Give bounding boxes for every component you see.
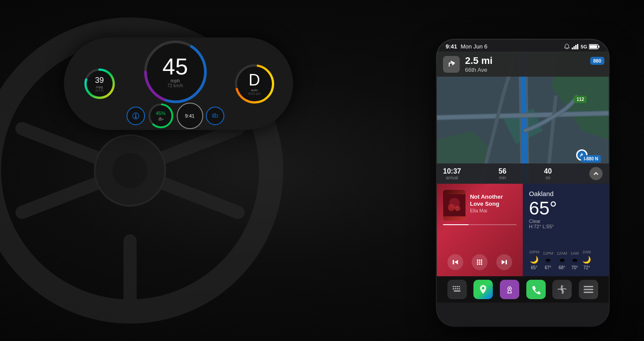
svg-point-2 xyxy=(112,153,148,188)
speed-unit: mph xyxy=(171,78,180,83)
navigation-panel[interactable]: 2.5 mi 66th Ave 880 112 I-880 N 10:37 ar… xyxy=(437,52,609,184)
clock-gauge: 9:41 xyxy=(177,103,203,129)
nav-header: 2.5 mi 66th Ave xyxy=(437,52,609,77)
svg-rect-35 xyxy=(477,259,478,261)
grid-button[interactable] xyxy=(472,254,488,270)
speed-gauge: 45 mph 72 km/h xyxy=(142,39,208,105)
progress-fill xyxy=(443,224,469,225)
dash-app[interactable] xyxy=(579,280,598,299)
network-type: 5G xyxy=(581,44,587,49)
battery-icon xyxy=(589,44,600,49)
svg-rect-18 xyxy=(573,46,575,49)
mpg-gauge: 39 mpg 207mi xyxy=(82,66,117,101)
svg-rect-46 xyxy=(453,286,454,287)
mpg-value: 39 xyxy=(95,76,104,85)
gear-sub: auto xyxy=(251,88,258,92)
bottom-panels: Not Another Love Song Ella Mai xyxy=(437,184,609,276)
clock-time: 9:41 xyxy=(185,113,194,119)
song-artist: Ella Mai xyxy=(470,208,517,213)
weather-hl: H:72° L:55° xyxy=(529,224,603,229)
status-icons: 5G xyxy=(564,44,600,50)
phone-app[interactable] xyxy=(526,280,546,299)
app-dock xyxy=(437,276,609,303)
album-art xyxy=(443,190,465,221)
next-button[interactable] xyxy=(496,254,512,270)
svg-rect-60 xyxy=(584,286,593,287)
climate-app[interactable] xyxy=(552,280,572,299)
svg-rect-48 xyxy=(457,286,458,287)
prev-button[interactable] xyxy=(447,254,463,270)
status-time: 9:41 xyxy=(446,43,457,50)
svg-rect-39 xyxy=(479,262,480,263)
fuel-gauge: 45% xyxy=(148,103,174,129)
svg-rect-34 xyxy=(453,260,454,264)
badge-112: 112 xyxy=(574,96,587,103)
arrival-stat: 10:37 arrival xyxy=(443,167,461,180)
speed-cluster: 45 mph 72 km/h xyxy=(127,39,224,129)
weather-hour-1: 11PM 🌧 67° xyxy=(543,251,554,270)
svg-rect-51 xyxy=(454,288,456,289)
temp-gauge xyxy=(127,107,145,125)
progress-bar xyxy=(443,224,517,225)
svg-rect-38 xyxy=(477,262,478,263)
svg-point-9 xyxy=(135,116,137,118)
svg-rect-20 xyxy=(577,44,578,49)
song-title: Not Another Love Song xyxy=(470,193,517,207)
svg-point-55 xyxy=(482,287,484,289)
svg-rect-50 xyxy=(453,288,454,289)
weather-condition: Clear xyxy=(529,219,603,224)
svg-rect-40 xyxy=(481,262,482,263)
maps-app[interactable] xyxy=(473,280,493,299)
bottom-gauges-row: 45% 9:41 xyxy=(127,103,224,129)
min-label: min xyxy=(499,175,506,180)
min-value: 56 xyxy=(499,167,506,175)
music-panel[interactable]: Not Another Love Song Ella Mai xyxy=(437,184,523,276)
weather-city: Oakland xyxy=(529,190,603,197)
nav-footer: 10:37 arrival 56 min 40 mi xyxy=(437,163,609,184)
nav-expand-button[interactable] xyxy=(589,167,603,180)
min-stat: 56 min xyxy=(499,167,506,180)
svg-rect-13 xyxy=(160,118,161,119)
svg-rect-17 xyxy=(572,48,573,49)
svg-rect-52 xyxy=(457,288,458,289)
nav-distance: 2.5 mi xyxy=(465,55,492,67)
nav-info: 2.5 mi 66th Ave xyxy=(465,55,492,73)
iphone-frame: 9:41 Mon Jun 6 5G xyxy=(437,40,609,326)
nav-turn-arrow xyxy=(443,56,460,73)
miles-value: 40 xyxy=(544,167,552,175)
music-info: Not Another Love Song Ella Mai xyxy=(470,193,517,213)
mpg-sub: 207mi xyxy=(95,89,104,92)
podcasts-app[interactable] xyxy=(500,280,519,299)
speed-value: 45 xyxy=(163,55,188,78)
gear-gauge: D auto 2630 rpm xyxy=(234,63,275,105)
weather-hour-4: 2AM 🌙 72° xyxy=(582,250,591,270)
arrival-label: arrival xyxy=(446,175,458,180)
svg-marker-33 xyxy=(454,260,458,264)
badge-880: 880 xyxy=(590,57,604,65)
svg-rect-54 xyxy=(454,290,460,292)
svg-rect-36 xyxy=(479,259,480,261)
svg-point-58 xyxy=(509,288,510,289)
svg-rect-49 xyxy=(458,286,460,287)
miles-stat: 40 mi xyxy=(544,167,552,180)
svg-rect-19 xyxy=(575,45,577,49)
dashboard-cluster: 39 mpg 207mi 45 mph 72 km/h xyxy=(64,37,293,130)
engine-gauge xyxy=(206,107,224,125)
nav-street: 66th Ave xyxy=(465,67,492,73)
miles-label: mi xyxy=(546,175,551,180)
mpg-unit: mpg xyxy=(96,85,103,89)
arrival-value: 10:37 xyxy=(443,167,461,175)
svg-rect-47 xyxy=(454,286,456,287)
svg-rect-43 xyxy=(481,263,482,265)
music-controls xyxy=(443,252,517,270)
svg-rect-14 xyxy=(214,115,216,117)
svg-rect-62 xyxy=(584,292,593,293)
svg-point-32 xyxy=(455,206,460,211)
svg-rect-53 xyxy=(458,288,460,289)
status-bar: 9:41 Mon Jun 6 5G xyxy=(437,40,609,52)
weather-panel: Oakland 65° Clear H:72° L:55° 10PM 🌙 65°… xyxy=(523,184,609,276)
weather-hour-3: 1AM 🌧 70° xyxy=(571,251,579,270)
bell-icon xyxy=(564,44,570,50)
svg-rect-23 xyxy=(590,45,597,48)
keyboard-app[interactable] xyxy=(447,280,467,299)
